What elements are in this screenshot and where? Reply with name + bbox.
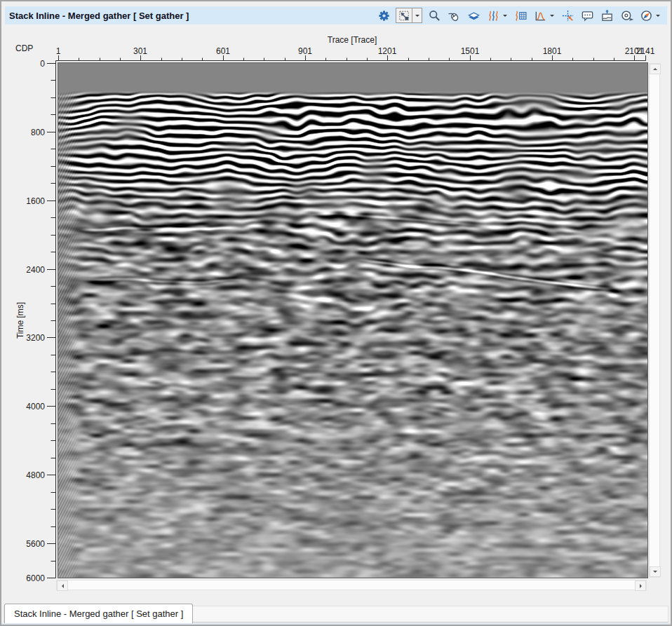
seismic-viewer-window: Stack Inline - Merged gather [ Set gathe… bbox=[0, 0, 672, 626]
spectrum-icon bbox=[532, 8, 548, 23]
svg-text:1201: 1201 bbox=[378, 46, 397, 56]
comment-button[interactable] bbox=[579, 8, 595, 23]
trace-axis-title: Trace [Trace] bbox=[58, 35, 647, 45]
svg-text:6000: 6000 bbox=[26, 573, 45, 583]
svg-text:4000: 4000 bbox=[26, 402, 45, 411]
scroll-left-button[interactable] bbox=[57, 580, 68, 591]
pick-crosshair-button[interactable] bbox=[560, 8, 575, 23]
settings-gear-button[interactable] bbox=[376, 8, 391, 23]
scroll-down-arrow-icon bbox=[653, 571, 657, 575]
trace-table-button[interactable] bbox=[513, 8, 528, 23]
svg-text:1501: 1501 bbox=[461, 46, 480, 56]
svg-text:3200: 3200 bbox=[26, 333, 45, 343]
svg-text:2400: 2400 bbox=[26, 265, 45, 275]
pane-titlebar: Stack Inline - Merged gather [ Set gathe… bbox=[5, 6, 667, 25]
settings-gear-icon bbox=[376, 8, 391, 23]
export-image-icon bbox=[599, 8, 614, 23]
trace-table-icon bbox=[513, 8, 528, 23]
dropdown-arrow-icon[interactable] bbox=[412, 8, 422, 23]
svg-text:0: 0 bbox=[40, 59, 45, 69]
mouse-tools-icon bbox=[446, 8, 462, 23]
svg-text:301: 301 bbox=[133, 46, 147, 56]
scroll-right-arrow-icon bbox=[640, 584, 644, 588]
pick-crosshair-icon bbox=[560, 8, 575, 23]
horizontal-scrollbar[interactable] bbox=[56, 580, 647, 590]
zoom-button[interactable] bbox=[426, 8, 442, 23]
scroll-up-arrow-icon bbox=[653, 66, 657, 70]
svg-text:901: 901 bbox=[298, 46, 312, 56]
export-image-button[interactable] bbox=[599, 8, 614, 23]
mouse-tools-button[interactable] bbox=[446, 8, 462, 23]
dropdown-arrow-icon[interactable] bbox=[548, 8, 556, 23]
bottom-accent-strip bbox=[1, 623, 671, 626]
wiggle-display-button[interactable] bbox=[485, 8, 509, 23]
time-axis-title: Time [ms] bbox=[15, 302, 25, 339]
compass-icon bbox=[638, 8, 654, 23]
svg-text:1600: 1600 bbox=[26, 196, 45, 206]
spectrum-button[interactable] bbox=[532, 8, 556, 23]
vertical-scrollbar[interactable] bbox=[649, 63, 660, 578]
svg-text:2141: 2141 bbox=[636, 46, 655, 56]
scroll-down-button[interactable] bbox=[650, 566, 661, 577]
compass-button[interactable] bbox=[638, 8, 661, 23]
wiggle-display-icon bbox=[485, 8, 501, 23]
svg-text:1: 1 bbox=[56, 46, 61, 56]
svg-text:2101: 2101 bbox=[625, 46, 644, 56]
tab-label: Stack Inline - Merged gather [ Set gathe… bbox=[14, 608, 183, 619]
svg-text:1801: 1801 bbox=[543, 46, 562, 56]
layers-icon bbox=[466, 8, 481, 23]
measure-button[interactable] bbox=[619, 8, 634, 23]
tab-stack-inline-merged-gather[interactable]: Stack Inline - Merged gather [ Set gathe… bbox=[4, 604, 193, 623]
seismic-image[interactable] bbox=[58, 63, 647, 578]
layers-button[interactable] bbox=[466, 8, 481, 23]
seismic-view[interactable] bbox=[58, 62, 648, 578]
fit-view-icon bbox=[396, 8, 412, 23]
fit-view-button[interactable] bbox=[396, 8, 422, 23]
svg-text:601: 601 bbox=[216, 46, 230, 56]
scroll-up-button[interactable] bbox=[650, 64, 661, 74]
pane-title: Stack Inline - Merged gather [ Set gathe… bbox=[5, 11, 189, 21]
svg-text:4800: 4800 bbox=[26, 470, 45, 480]
scroll-left-arrow-icon bbox=[60, 584, 64, 588]
svg-text:800: 800 bbox=[31, 128, 45, 137]
scroll-right-button[interactable] bbox=[635, 580, 646, 591]
dropdown-arrow-icon[interactable] bbox=[501, 8, 509, 23]
svg-text:5600: 5600 bbox=[26, 539, 45, 549]
comment-icon bbox=[579, 8, 595, 23]
zoom-icon bbox=[426, 8, 442, 23]
cdp-corner-label: CDP bbox=[15, 43, 33, 53]
toolbar bbox=[376, 8, 667, 23]
measure-icon bbox=[619, 8, 634, 23]
dropdown-arrow-icon[interactable] bbox=[654, 8, 661, 23]
